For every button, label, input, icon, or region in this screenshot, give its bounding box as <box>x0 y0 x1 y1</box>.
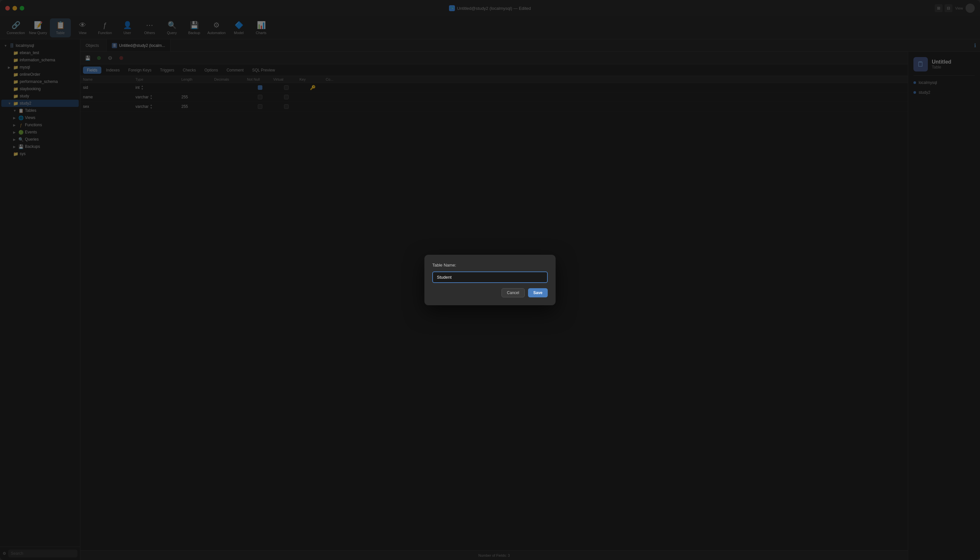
modal-overlay: Table Name: Cancel Save <box>0 0 980 560</box>
app-window: 🐬 Untitled@study2 (localmysql) — Edited … <box>0 0 980 560</box>
modal-title: Table Name: <box>432 263 548 268</box>
rename-table-modal: Table Name: Cancel Save <box>424 255 556 305</box>
table-name-input[interactable] <box>432 272 548 283</box>
save-button[interactable]: Save <box>528 288 548 297</box>
cancel-button[interactable]: Cancel <box>502 288 525 297</box>
modal-buttons: Cancel Save <box>432 288 548 297</box>
